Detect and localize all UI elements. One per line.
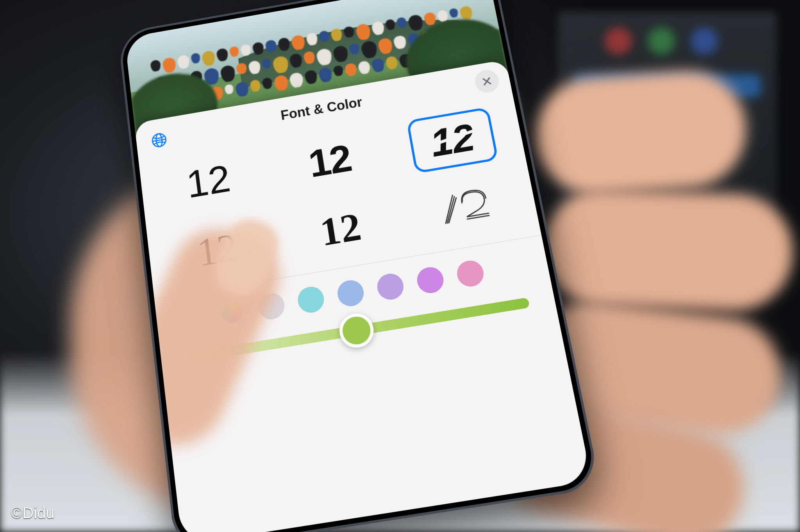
color-swatch-gradient-picker[interactable] [218,298,246,327]
font-option-condensed-bold[interactable]: 12 [286,129,374,193]
close-icon [480,75,493,87]
font-option-outline-multistroke[interactable] [420,176,511,242]
font-sample: 12 [306,139,353,183]
color-swatch-periwinkle[interactable] [336,278,366,308]
slider-thumb[interactable] [337,311,376,350]
font-option-serif-didone[interactable]: 12 [296,197,386,263]
font-sample [432,181,498,236]
font-sample: 12 [184,159,232,204]
font-color-sheet: Font & Color 1212121212 [134,60,592,532]
photo-watermark: ©Didu [11,504,55,522]
font-option-stencil-italic[interactable]: 12 [407,108,497,173]
color-swatch-lilac[interactable] [375,272,405,301]
font-option-sans-regular[interactable]: 12 [166,149,251,214]
font-sample: 12 [427,118,477,163]
color-swatch-pink[interactable] [455,259,486,288]
color-swatch-orchid[interactable] [415,265,446,295]
color-swatch-aqua[interactable] [296,285,325,315]
color-swatch-lavender-grey[interactable] [257,291,286,321]
font-sample: 12 [318,206,364,252]
